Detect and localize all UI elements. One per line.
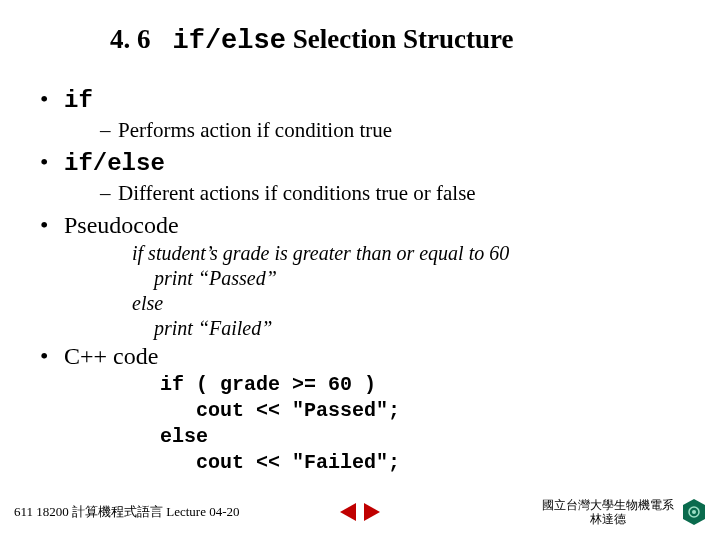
pseudo-line: if student’s grade is greater than or eq… — [132, 241, 680, 266]
org-text: 國立台灣大學生物機電系 林達德 — [542, 498, 674, 527]
next-icon[interactable] — [364, 503, 380, 521]
bullet-dot: • — [40, 86, 64, 113]
ifelse-keyword: if/else — [64, 150, 165, 177]
prev-icon[interactable] — [340, 503, 356, 521]
logo-icon — [682, 498, 706, 526]
ifelse-desc: Different actions if conditions true or … — [118, 181, 476, 205]
bullet-if: •if –Performs action if condition true — [40, 86, 680, 143]
pseudocode-block: if student’s grade is greater than or eq… — [132, 241, 680, 341]
footer-left: 611 18200 計算機程式語言 Lecture 04-20 — [14, 503, 240, 521]
sub-list: –Performs action if condition true — [100, 118, 680, 143]
bullet-dot: • — [40, 149, 64, 176]
nav-buttons — [340, 503, 380, 521]
if-desc-item: –Performs action if condition true — [100, 118, 680, 143]
pseudo-line: else — [132, 291, 680, 316]
bullet-cpp: •C++ code if ( grade >= 60 ) cout << "Pa… — [40, 343, 680, 476]
ifelse-desc-item: –Different actions if conditions true or… — [100, 181, 680, 206]
slide: 4. 6if/else Selection Structure •if –Per… — [0, 0, 720, 540]
title-section: 4. 6 — [110, 24, 151, 54]
footer: 611 18200 計算機程式語言 Lecture 04-20 國立台灣大學生物… — [0, 490, 720, 534]
bullet-ifelse: •if/else –Different actions if condition… — [40, 149, 680, 206]
bullet-dot: • — [40, 343, 64, 370]
title-code: if/else — [173, 26, 286, 56]
pseudo-line: print “Failed” — [132, 316, 680, 341]
dash-icon: – — [100, 181, 118, 206]
cpp-label: C++ code — [64, 343, 158, 369]
bullet-dot: • — [40, 212, 64, 239]
bullet-list: •if –Performs action if condition true •… — [40, 86, 680, 476]
title-rest: Selection Structure — [286, 24, 513, 54]
org-line1: 國立台灣大學生物機電系 — [542, 498, 674, 512]
slide-title: 4. 6if/else Selection Structure — [110, 24, 680, 56]
dash-icon: – — [100, 118, 118, 143]
sub-list: –Different actions if conditions true or… — [100, 181, 680, 206]
pseudo-line: print “Passed” — [132, 266, 680, 291]
org-line2: 林達德 — [542, 512, 674, 526]
if-desc: Performs action if condition true — [118, 118, 392, 142]
bullet-pseudocode: •Pseudocode if student’s grade is greate… — [40, 212, 680, 341]
pseudocode-label: Pseudocode — [64, 212, 179, 238]
footer-right: 國立台灣大學生物機電系 林達德 — [542, 498, 706, 527]
svg-point-2 — [692, 510, 696, 514]
if-keyword: if — [64, 87, 93, 114]
cpp-code-block: if ( grade >= 60 ) cout << "Passed"; els… — [160, 372, 680, 476]
